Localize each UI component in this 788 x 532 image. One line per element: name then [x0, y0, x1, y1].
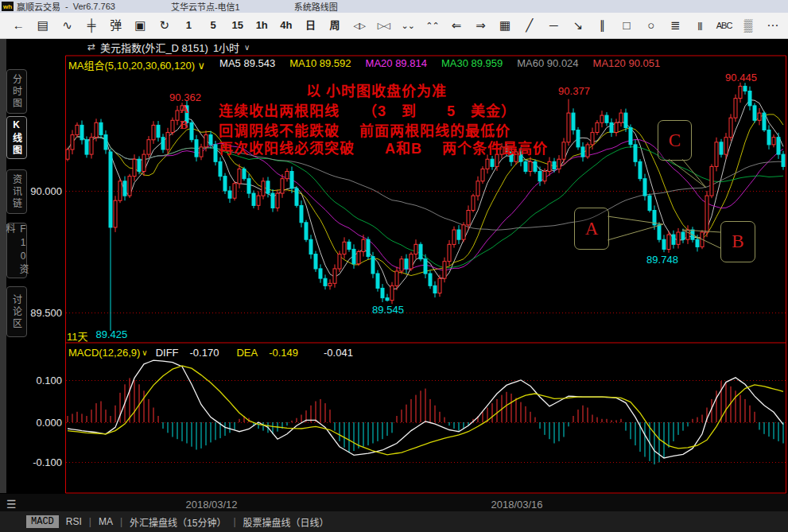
- x-axis-date-2: 2018/03/16: [491, 499, 542, 511]
- macd-axis-label-00: 0.000: [24, 417, 62, 429]
- sidebar-tab-4[interactable]: F10资料: [6, 223, 27, 278]
- chevron-down-icon[interactable]: ∨: [142, 348, 147, 359]
- min-price-info: 11天 89.425: [67, 328, 127, 344]
- price-label-89.545: 89.545: [372, 304, 404, 316]
- annotation-line-1: 以 小时图收盘价为准: [306, 80, 447, 100]
- price-label-90.445: 90.445: [725, 72, 757, 83]
- x-axis-strip: [0, 494, 788, 511]
- tab-separator: |: [233, 516, 235, 527]
- dea-value: -0.149: [269, 347, 298, 359]
- price-label-89.748: 89.748: [646, 254, 678, 266]
- list-menu-icon[interactable]: ☰: [6, 498, 17, 511]
- ma-indicator-bar: MA组合(5,10,20,30,60,120) ∨MA5 89.543MA10 …: [68, 57, 660, 72]
- indicator-tab-MACD[interactable]: MACD: [26, 515, 59, 528]
- annotation-line-4: 再次收阳线必须突破 A和B 两个条件最高价: [219, 137, 548, 157]
- indicator-tab-股票操盘线（日线）[interactable]: 股票操盘线（日线）: [243, 515, 329, 529]
- chevron-down-icon[interactable]: ∨: [244, 43, 250, 52]
- symbol-name[interactable]: 美元指数(外汇_D 8151): [100, 40, 208, 55]
- macd-axis-label-01: 0.100: [24, 375, 62, 386]
- macd-indicator-bar: MACD(12,26,9) ∨ DIFF -0.170 DEA -0.149 -…: [68, 347, 353, 359]
- price-label-90.362: 90.362: [169, 91, 201, 103]
- candle-mark-A: A: [181, 103, 189, 116]
- ma-value-1: MA5 89.543: [219, 57, 275, 72]
- min-price-value: 89.425: [96, 328, 128, 344]
- indicator-tab-外汇操盘线（15分钟）[interactable]: 外汇操盘线（15分钟）: [130, 515, 226, 529]
- indicator-tab-MA[interactable]: MA: [99, 516, 113, 527]
- period-selected[interactable]: 1小时: [213, 40, 239, 55]
- callout-box-A[interactable]: A: [574, 208, 609, 250]
- indicator-tab-RSI[interactable]: RSI: [66, 516, 82, 527]
- ma-value-5: MA60 90.024: [517, 57, 578, 72]
- sidebar-tab-2[interactable]: K线图: [6, 116, 27, 159]
- macd-value: -0.041: [324, 347, 353, 359]
- ma-group-label[interactable]: MA组合(5,10,20,30,60,120) ∨: [68, 57, 205, 72]
- x-axis-date-1: 2018/03/12: [185, 499, 237, 511]
- main-axis-label-90: 90.000: [24, 185, 62, 197]
- app-window: wh 赢顺云交易 - Ver6.7.763 艾华云节点-电信1 系统路线图 ←▤…: [0, 0, 788, 532]
- annotation-line-2: 连续收出两根阳线 （3 到 5 美金）: [219, 99, 516, 120]
- indicator-tab-bar: MACDRSI|MA|外汇操盘线（15分钟）|股票操盘线（日线）: [0, 511, 788, 532]
- diff-value: -0.170: [190, 347, 219, 359]
- ma-value-4: MA30 89.959: [441, 57, 503, 72]
- candle-mark-B: B: [180, 118, 188, 132]
- ma-value-2: MA10 89.592: [289, 57, 351, 72]
- link-icon: ⇄: [87, 41, 95, 52]
- macd-axis-label-neg01: -0.100: [24, 456, 62, 468]
- diff-label: DIFF: [156, 347, 179, 359]
- price-label-90.377: 90.377: [558, 85, 590, 97]
- callout-box-B[interactable]: B: [720, 221, 755, 262]
- main-axis-label-895: 89.500: [24, 307, 62, 319]
- macd-params-label[interactable]: MACD(12,26,9): [68, 347, 140, 359]
- ma-value-6: MA120 90.051: [593, 57, 661, 72]
- tab-separator: |: [89, 516, 91, 527]
- dea-label: DEA: [236, 347, 258, 359]
- ma-value-3: MA20 89.814: [366, 57, 427, 72]
- symbol-bar: ⇄ 美元指数(外汇_D 8151) 1小时 ∨: [87, 41, 250, 53]
- tab-separator: |: [120, 516, 122, 527]
- sidebar-tab-1[interactable]: 分时图: [6, 69, 27, 114]
- days-count-label: 11天: [67, 328, 88, 344]
- callout-box-C[interactable]: C: [658, 120, 692, 161]
